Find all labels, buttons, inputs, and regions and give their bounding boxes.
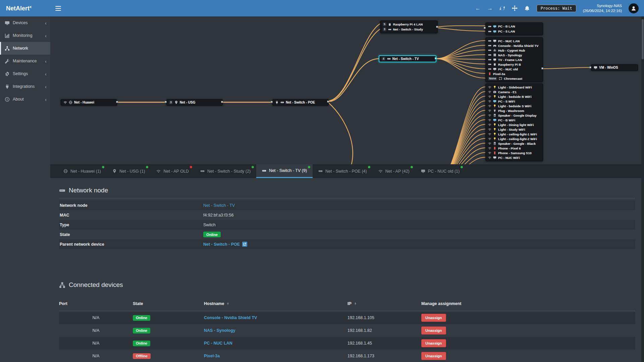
device-row[interactable]: Phone - Samsung S10 bbox=[488, 150, 540, 155]
device-label: PC - NUC old bbox=[498, 67, 518, 71]
sidebar-toggle-button[interactable] bbox=[50, 0, 66, 16]
type-value: Switch bbox=[203, 223, 216, 227]
scrollbar-thumb[interactable] bbox=[642, 19, 644, 59]
plug-icon bbox=[275, 101, 279, 104]
sort-icon[interactable] bbox=[226, 302, 230, 306]
node-net-switch-tv-selected[interactable]: 4 Net - Switch - TV bbox=[379, 55, 436, 62]
sidebar-item-monitoring[interactable]: Monitoring‹ bbox=[0, 29, 50, 42]
device-row[interactable]: Console - Nvidia Shield TV bbox=[488, 43, 540, 48]
nav-forward-icon[interactable]: → bbox=[487, 6, 493, 11]
pc-icon bbox=[493, 39, 496, 43]
lightbulb-icon bbox=[493, 123, 496, 126]
sidebar-item-integrations[interactable]: Integrations‹ bbox=[0, 80, 50, 93]
move-icon[interactable] bbox=[512, 5, 518, 11]
tab-net-ap[interactable]: Net - AP (42) bbox=[373, 164, 415, 178]
wrench-icon bbox=[5, 59, 10, 64]
device-row[interactable]: NoneChromecast bbox=[488, 76, 540, 81]
node-vm-winos[interactable]: VM - WinOS bbox=[591, 64, 638, 71]
column-header-ip[interactable]: IP bbox=[347, 301, 421, 306]
device-row[interactable]: Light - ceiling-light-2 WiFi bbox=[488, 136, 540, 141]
sort-icon[interactable] bbox=[354, 302, 357, 306]
device-row[interactable]: PC - NUC WiFi bbox=[488, 155, 540, 160]
wifi-icon bbox=[488, 146, 491, 150]
sidebar-item-settings[interactable]: Settings‹ bbox=[0, 67, 50, 80]
devices-icon bbox=[5, 20, 10, 25]
app-logo: NetAlertx bbox=[0, 5, 50, 12]
scrollbar[interactable] bbox=[641, 16, 644, 362]
device-label: Camera - E1 bbox=[498, 90, 517, 94]
group-wifi-devices: Light - Sideboard WiFi Camera - E1 Light… bbox=[485, 83, 543, 161]
device-label: Pixel-3a bbox=[493, 72, 505, 76]
sidebar-item-network[interactable]: Network bbox=[0, 42, 50, 55]
tab-label: Net - Switch - Study (2) bbox=[207, 169, 251, 174]
unassign-button[interactable]: Unassign bbox=[421, 314, 446, 322]
device-row[interactable]: Speaker - Google Display bbox=[488, 113, 540, 118]
node-link[interactable]: Net - Switch - TV bbox=[203, 203, 235, 208]
hostname-link[interactable]: Console - Nvidia Shield TV bbox=[204, 315, 257, 320]
device-row[interactable]: PC - B LAN bbox=[488, 24, 540, 29]
hostname-link[interactable]: NAS - Synology bbox=[204, 328, 235, 333]
tab-label: Net - USG (1) bbox=[119, 169, 145, 174]
device-row[interactable]: NAS - Synology bbox=[488, 53, 540, 57]
node-net-huawei[interactable]: Net - Huawei bbox=[61, 99, 117, 106]
sidebar-item-maintenance[interactable]: Maintenance‹ bbox=[0, 55, 50, 67]
device-row[interactable]: Light - Dining light WiFi bbox=[488, 122, 540, 127]
port-square bbox=[116, 101, 118, 103]
device-row[interactable]: Raspberry Pi B bbox=[488, 62, 540, 67]
tab-net-usg[interactable]: Net - USG (1) bbox=[107, 164, 151, 178]
tv-icon bbox=[493, 58, 496, 61]
hostname-link[interactable]: Pixel-3a bbox=[204, 354, 220, 358]
device-row[interactable]: Light - ceiling-light-1 WiFi bbox=[488, 132, 540, 136]
device-row[interactable]: Plug - Washroom bbox=[488, 108, 540, 113]
device-row[interactable]: Camera - E1 bbox=[488, 89, 540, 94]
device-row[interactable]: Speaker - Google - Black bbox=[488, 141, 540, 146]
tab-net-switch-poe[interactable]: Net - Switch - POE (4) bbox=[313, 164, 373, 178]
device-row[interactable]: Light - bedside S WiFi bbox=[488, 104, 540, 108]
parent-node-link[interactable]: Net - Switch - POE bbox=[203, 242, 240, 247]
device-row[interactable]: TV - Frame LAN bbox=[488, 57, 540, 62]
state-badge: Online bbox=[133, 328, 150, 334]
unassign-button[interactable]: Unassign bbox=[421, 326, 446, 335]
device-row[interactable]: Pixel-3a bbox=[488, 71, 540, 76]
device-row[interactable]: PC - S LAN bbox=[488, 29, 540, 34]
group-switch-study: 5Raspberry Pi 4 LAN 3Net - Switch - Stud… bbox=[380, 20, 438, 33]
connected-devices-header: Port State Hostname IP Manage assignment bbox=[59, 297, 635, 311]
device-label: NAS - Synology bbox=[498, 53, 522, 57]
device-row[interactable]: PC - NUC old bbox=[488, 67, 540, 71]
tab-net-ap-old[interactable]: Net - AP OLD bbox=[151, 164, 195, 178]
unassign-button[interactable]: Unassign bbox=[421, 339, 446, 347]
tab-net-switch-study[interactable]: Net - Switch - Study (2) bbox=[195, 164, 256, 178]
device-row[interactable]: Light - Sideboard WiFi bbox=[488, 85, 540, 89]
sidebar-item-about[interactable]: About‹ bbox=[0, 93, 50, 106]
device-row[interactable]: PC - NUC LAN bbox=[488, 39, 540, 43]
tab-net-huawei[interactable]: Net - Huawei (1) bbox=[58, 164, 107, 178]
tab-net-switch-tv[interactable]: Net - Switch - TV (9) bbox=[256, 164, 313, 178]
bell-icon[interactable] bbox=[524, 5, 530, 11]
node-net-switch-poe[interactable]: Net - Switch - POE bbox=[272, 99, 329, 106]
unassign-button[interactable]: Unassign bbox=[421, 352, 446, 360]
device-row[interactable]: Phone - Pixel 6 bbox=[488, 146, 540, 150]
state-badge: Online bbox=[133, 341, 150, 346]
refresh-icon[interactable] bbox=[499, 5, 505, 11]
nav-back-icon[interactable]: ← bbox=[475, 6, 481, 11]
device-row[interactable]: Light - bedside B WiFi bbox=[488, 94, 540, 99]
lightbulb-icon bbox=[493, 85, 496, 89]
external-link-icon[interactable] bbox=[242, 242, 247, 247]
table-row: N/A Online NAS - Synology 192.168.1.82 U… bbox=[59, 324, 635, 337]
column-header-hostname[interactable]: Hostname bbox=[204, 301, 347, 306]
device-row[interactable]: PC - S WiFi bbox=[488, 99, 540, 104]
tab-label: Net - AP (42) bbox=[385, 169, 410, 174]
tab-pc-nuc-old[interactable]: PC - NUC old (1) bbox=[415, 164, 465, 178]
hostname-link[interactable]: PC - NUC LAN bbox=[204, 341, 232, 346]
device-row[interactable]: Hub - Cygnet Hub bbox=[488, 48, 540, 53]
wifi-icon bbox=[488, 132, 491, 136]
device-row[interactable]: PC - B WiFi bbox=[488, 118, 540, 122]
device-row[interactable]: Light - Study WiFi bbox=[488, 127, 540, 132]
sidebar-item-label: Network bbox=[13, 46, 28, 51]
device-row[interactable]: 5Raspberry Pi 4 LAN bbox=[383, 22, 435, 27]
avatar[interactable] bbox=[629, 3, 639, 13]
device-row[interactable]: 3Net - Switch - Study bbox=[383, 27, 435, 32]
node-net-usg[interactable]: 3 Net - USG bbox=[166, 99, 223, 106]
globe-icon bbox=[69, 101, 72, 104]
sidebar-item-devices[interactable]: Devices‹ bbox=[0, 16, 50, 29]
